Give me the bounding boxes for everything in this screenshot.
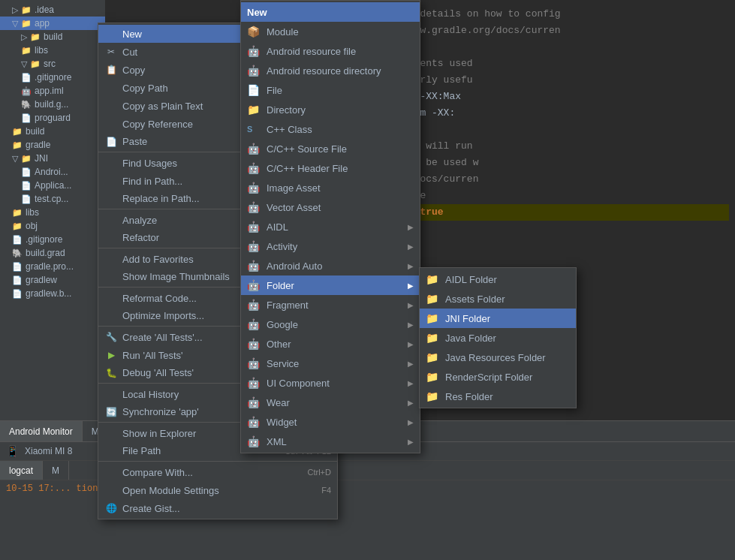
submenu-item-ui-component[interactable]: 🤖 UI Component ▶ — [241, 373, 420, 393]
subfolder-item-renderscript[interactable]: 📁 RenderScript Folder — [420, 367, 576, 387]
submenu-item-service[interactable]: 🤖 Service ▶ — [241, 354, 420, 373]
submenu-item-xml[interactable]: 🤖 XML ▶ — [241, 432, 420, 451]
gradle-icon: 🐘 — [21, 100, 32, 110]
sidebar-item-appiml[interactable]: 🤖 app.iml — [0, 84, 105, 98]
submenu-item-label: Other — [267, 339, 408, 350]
submenu-item-cpp-source[interactable]: 🤖 C/C++ Source File — [241, 139, 420, 158]
run-icon: ▶ — [104, 350, 118, 360]
submenu-item-label: Activity — [267, 241, 408, 252]
sidebar-item-obj[interactable]: 📁 obj — [0, 219, 105, 233]
arrow-icon: ▶ — [408, 223, 414, 231]
subfolder-item-jni[interactable]: 📁 JNI Folder — [420, 309, 576, 328]
menu-item-label: Compare With... — [122, 467, 293, 478]
sidebar-item-build2[interactable]: 📁 build — [0, 125, 105, 138]
file-icon: 📄 — [12, 289, 23, 299]
submenu-item-activity[interactable]: 🤖 Activity ▶ — [241, 236, 420, 256]
file-icon: 📄 — [12, 262, 23, 272]
sidebar-item-gradlewb[interactable]: 📄 gradlew.b... — [0, 287, 105, 300]
sidebar-item-label: test.cp... — [35, 194, 68, 204]
submenu-item-label: Android Auto — [267, 260, 408, 272]
submenu-item-directory[interactable]: 📁 Directory — [241, 100, 420, 119]
submenu-item-label: C++ Class — [267, 124, 414, 135]
android-icon: 🤖 — [247, 201, 262, 213]
submenu-item-image-asset[interactable]: 🤖 Image Asset — [241, 178, 420, 197]
submenu-item-aidl[interactable]: 🤖 AIDL ▶ — [241, 217, 420, 236]
submenu-item-widget[interactable]: 🤖 Widget ▶ — [241, 412, 420, 432]
submenu-item-android-auto[interactable]: 🤖 Android Auto ▶ — [241, 256, 420, 275]
sidebar-item-gradlew[interactable]: 📄 gradlew — [0, 273, 105, 287]
subfolder-item-aidl[interactable]: 📁 AIDL Folder — [420, 269, 576, 289]
sidebar-item-gitignore2[interactable]: 📄 .gitignore — [0, 233, 105, 246]
sidebar-item-android[interactable]: 📄 Androi... — [0, 165, 105, 179]
submenu-item-android-resource-dir[interactable]: 🤖 Android resource directory — [241, 61, 420, 80]
submenu-item-vector-asset[interactable]: 🤖 Vector Asset — [241, 197, 420, 217]
sidebar-item-app[interactable]: ▽ 📁 app — [0, 17, 105, 30]
device-label: Xiaomi MI 8 — [25, 446, 72, 456]
sidebar-item-gradlepro[interactable]: 📄 gradle.pro... — [0, 260, 105, 273]
android-icon: 🤖 — [247, 377, 262, 389]
submenu-item-cpp-class[interactable]: S C++ Class — [241, 119, 420, 139]
submenu-item-label: C/C++ Source File — [267, 143, 414, 155]
folder-icon: 📁 — [426, 293, 441, 305]
log-tab-logcat[interactable]: logcat — [0, 461, 43, 480]
subfolder-item-label: RenderScript Folder — [445, 372, 570, 383]
subfolder-item-label: Java Resources Folder — [445, 352, 570, 363]
expand-icon: ▽ — [12, 19, 18, 29]
sidebar-item-applica[interactable]: 📄 Applica... — [0, 179, 105, 192]
submenu-item-wear[interactable]: 🤖 Wear ▶ — [241, 393, 420, 412]
submenu-new-header-label: New — [247, 7, 267, 18]
sidebar-item-label: Androi... — [35, 167, 68, 177]
submenu-item-android-resource-file[interactable]: 🤖 Android resource file — [241, 41, 420, 61]
sidebar-item-label: gradlew.b... — [26, 288, 71, 299]
folder-icon: 📁 — [21, 5, 32, 15]
sidebar-item-libs[interactable]: 📁 libs — [0, 44, 105, 57]
subfolder-item-res[interactable]: 📁 Res Folder — [420, 387, 576, 406]
sidebar-item-src[interactable]: ▽ 📁 src — [0, 57, 105, 71]
submenu-item-cpp-header[interactable]: 🤖 C/C++ Header File — [241, 158, 420, 178]
menu-item-module-settings[interactable]: Open Module Settings F4 — [98, 481, 337, 499]
folder-icon: 📁 — [21, 154, 32, 164]
folder-icon: 📁 — [426, 351, 441, 363]
sidebar-item-label: JNI — [35, 153, 48, 164]
menu-item-compare[interactable]: Compare With... Ctrl+D — [98, 463, 337, 481]
file-icon: 📄 — [21, 113, 32, 123]
sidebar-item-label: gradlew — [26, 275, 57, 285]
sidebar-item-proguard[interactable]: 📄 proguard — [0, 111, 105, 125]
submenu-item-label: Google — [267, 319, 408, 330]
log-tab-m[interactable]: M — [43, 461, 69, 480]
subfolder-item-java-res[interactable]: 📁 Java Resources Folder — [420, 348, 576, 367]
submenu-item-file[interactable]: 📄 File — [241, 80, 420, 100]
submenu-item-fragment[interactable]: 🤖 Fragment ▶ — [241, 295, 420, 315]
sidebar-item-idea[interactable]: ▷ 📁 .idea — [0, 3, 105, 17]
submenu-item-label: File — [267, 85, 414, 96]
sidebar-item-libs2[interactable]: 📁 libs — [0, 206, 105, 219]
device-icon: 📱 — [6, 445, 19, 457]
tab-android-monitor[interactable]: Android Monitor — [0, 421, 83, 441]
submenu-item-label: Directory — [267, 104, 414, 116]
submenu-item-folder[interactable]: 🤖 Folder ▶ — [241, 275, 420, 295]
submenu-item-google[interactable]: 🤖 Google ▶ — [241, 315, 420, 334]
android-icon: 🤖 — [247, 143, 262, 155]
sidebar-item-label: .gitignore — [35, 72, 71, 83]
arrow-icon: ▶ — [408, 321, 414, 329]
sidebar-item-testcp[interactable]: 📄 test.cp... — [0, 192, 105, 206]
submenu-item-module[interactable]: 📦 Module — [241, 22, 420, 41]
arrow-icon: ▶ — [408, 438, 414, 446]
submenu-item-other[interactable]: 🤖 Other ▶ — [241, 334, 420, 354]
submenu-new: New 📦 Module 🤖 Android resource file 🤖 A… — [240, 0, 420, 453]
file-icon: 📄 — [12, 275, 23, 285]
subfolder-item-java[interactable]: 📁 Java Folder — [420, 328, 576, 348]
subfolder-item-assets[interactable]: 📁 Assets Folder — [420, 289, 576, 309]
expand-icon: ▽ — [21, 59, 27, 69]
log-tab-label: logcat — [9, 465, 33, 476]
menu-item-create-gist[interactable]: 🌐 Create Gist... — [98, 499, 337, 517]
sidebar-item-gradle[interactable]: 📁 gradle — [0, 138, 105, 152]
sidebar: ▷ 📁 .idea ▽ 📁 app ▷ 📁 build 📁 libs ▽ 📁 s… — [0, 0, 105, 420]
sidebar-item-build[interactable]: ▷ 📁 build — [0, 30, 105, 44]
sidebar-item-gitignore[interactable]: 📄 .gitignore — [0, 71, 105, 84]
sidebar-item-buildg[interactable]: 🐘 build.g... — [0, 98, 105, 111]
sidebar-item-jni[interactable]: ▽ 📁 JNI — [0, 152, 105, 165]
submenu-item-label: Android resource file — [267, 46, 414, 57]
sidebar-item-buildgrad[interactable]: 🐘 build.grad — [0, 246, 105, 260]
folder-icon: 📁 — [12, 208, 23, 218]
